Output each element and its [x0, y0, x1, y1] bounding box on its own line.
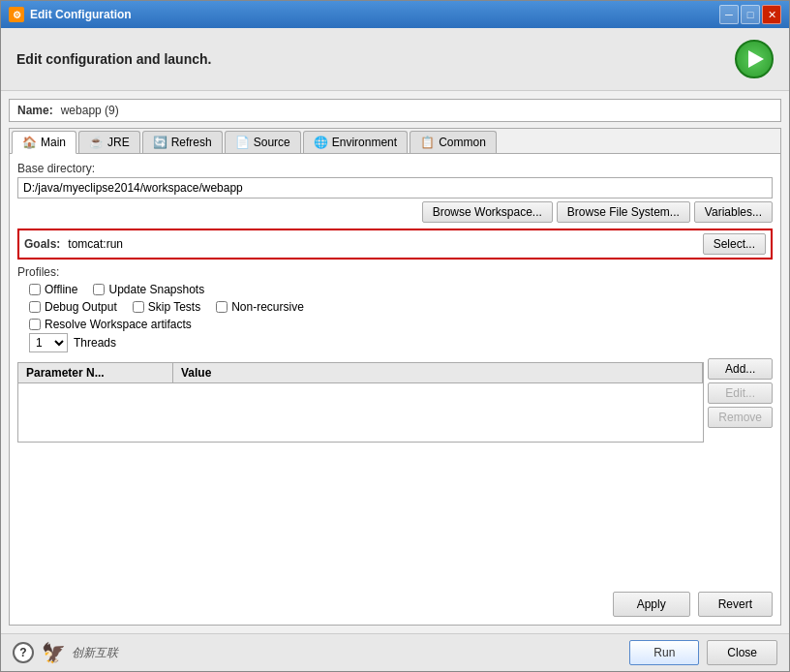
param-table-header: Parameter N... Value — [18, 363, 703, 383]
main-window: ⚙ Edit Configuration ─ □ ✕ Edit configur… — [0, 0, 790, 672]
config-panel: 🏠 Main ☕ JRE 🔄 Refresh 📄 Source 🌐 — [9, 128, 781, 626]
title-bar: ⚙ Edit Configuration ─ □ ✕ — [1, 1, 789, 28]
goals-row: Goals: Select... — [17, 229, 773, 260]
logo-icon: 🦅 — [42, 641, 66, 664]
name-value: webapp (9) — [61, 104, 119, 117]
maximize-button[interactable]: □ — [741, 5, 760, 24]
footer-left: ? 🦅 创新互联 — [13, 641, 118, 664]
refresh-tab-icon: 🔄 — [153, 136, 167, 149]
profiles-section: Profiles: Offline Update Snapshots — [17, 265, 773, 352]
checkbox-update-snapshots-input[interactable] — [93, 284, 105, 295]
goals-input[interactable] — [66, 235, 696, 253]
tabs-bar: 🏠 Main ☕ JRE 🔄 Refresh 📄 Source 🌐 — [10, 129, 780, 154]
param-col-name: Parameter N... — [18, 363, 173, 382]
browse-workspace-button[interactable]: Browse Workspace... — [422, 201, 553, 223]
common-tab-icon: 📋 — [420, 136, 435, 149]
refresh-tab-label: Refresh — [171, 136, 212, 149]
browse-filesystem-button[interactable]: Browse File System... — [557, 201, 690, 223]
main-tab-icon: 🏠 — [22, 136, 37, 149]
bottom-buttons: Apply Revert — [10, 584, 780, 625]
close-button[interactable]: Close — [707, 640, 777, 665]
environment-tab-icon: 🌐 — [314, 136, 328, 149]
checkbox-non-recursive[interactable]: Non-recursive — [216, 300, 304, 314]
checkbox-skip-tests-input[interactable] — [133, 301, 144, 313]
checkbox-skip-tests-label: Skip Tests — [148, 300, 200, 314]
checkbox-offline[interactable]: Offline — [29, 283, 77, 296]
title-bar-left: ⚙ Edit Configuration — [9, 7, 132, 22]
param-area: Parameter N... Value Add... Edit... Remo… — [17, 358, 773, 443]
threads-row: 1 2 4 Threads — [17, 333, 773, 352]
name-row: Name: webapp (9) — [9, 99, 781, 122]
apply-button[interactable]: Apply — [613, 592, 690, 617]
checkbox-resolve-workspace[interactable]: Resolve Workspace artifacts — [29, 318, 192, 331]
run-button[interactable]: Run — [629, 640, 699, 665]
checkbox-row-1: Offline Update Snapshots — [29, 283, 773, 296]
run-icon[interactable] — [735, 40, 774, 78]
variables-button[interactable]: Variables... — [694, 201, 773, 223]
footer: ? 🦅 创新互联 Run Close — [1, 633, 789, 671]
tab-environment[interactable]: 🌐 Environment — [303, 131, 408, 153]
jre-tab-label: JRE — [107, 136, 130, 149]
checkbox-row-2: Debug Output Skip Tests Non-recursive — [29, 300, 773, 314]
help-button[interactable]: ? — [13, 642, 34, 663]
jre-tab-icon: ☕ — [89, 136, 104, 149]
source-tab-label: Source — [254, 136, 290, 149]
checkboxes-grid: Offline Update Snapshots Debug Output — [17, 283, 773, 331]
select-button[interactable]: Select... — [703, 233, 766, 255]
add-button[interactable]: Add... — [708, 358, 773, 380]
tab-main[interactable]: 🏠 Main — [12, 131, 76, 154]
edit-button[interactable]: Edit... — [708, 382, 773, 404]
checkbox-resolve-workspace-label: Resolve Workspace artifacts — [45, 318, 192, 331]
base-directory-label: Base directory: — [17, 162, 773, 175]
checkbox-debug-output[interactable]: Debug Output — [29, 300, 117, 314]
main-content: Name: webapp (9) 🏠 Main ☕ JRE 🔄 Refresh — [1, 91, 789, 633]
checkbox-update-snapshots[interactable]: Update Snapshots — [93, 283, 204, 296]
header-area: Edit configuration and launch. — [1, 28, 789, 91]
window-icon: ⚙ — [9, 7, 24, 22]
header-title: Edit configuration and launch. — [16, 51, 211, 67]
panel-content: Base directory: Browse Workspace... Brow… — [10, 154, 780, 584]
threads-select[interactable]: 1 2 4 — [29, 333, 68, 352]
footer-logo: 🦅 创新互联 — [42, 641, 118, 664]
remove-button[interactable]: Remove — [708, 407, 773, 428]
param-table-container: Parameter N... Value — [17, 358, 704, 443]
checkbox-skip-tests[interactable]: Skip Tests — [133, 300, 200, 314]
minimize-button[interactable]: ─ — [719, 5, 739, 24]
tab-refresh[interactable]: 🔄 Refresh — [142, 131, 223, 153]
base-directory-section: Base directory: Browse Workspace... Brow… — [17, 162, 773, 223]
checkbox-offline-label: Offline — [45, 283, 77, 296]
logo-text: 创新互联 — [72, 645, 118, 661]
checkbox-non-recursive-input[interactable] — [216, 301, 228, 313]
param-side-buttons: Add... Edit... Remove — [708, 358, 773, 428]
tab-common[interactable]: 📋 Common — [410, 131, 497, 153]
checkbox-resolve-workspace-input[interactable] — [29, 319, 41, 330]
param-table-body[interactable] — [18, 383, 703, 442]
name-label: Name: — [17, 104, 53, 117]
source-tab-icon: 📄 — [235, 136, 250, 149]
title-controls: ─ □ ✕ — [719, 5, 781, 24]
param-table: Parameter N... Value — [17, 362, 704, 443]
main-tab-label: Main — [41, 136, 66, 149]
footer-buttons: Run Close — [629, 640, 777, 665]
checkbox-offline-input[interactable] — [29, 284, 41, 295]
goals-label: Goals: — [24, 237, 60, 251]
profiles-label: Profiles: — [17, 265, 773, 279]
checkbox-row-3: Resolve Workspace artifacts — [29, 318, 773, 331]
checkbox-non-recursive-label: Non-recursive — [231, 300, 304, 314]
tab-source[interactable]: 📄 Source — [225, 131, 301, 153]
revert-button[interactable]: Revert — [698, 592, 773, 617]
param-col-value: Value — [173, 363, 703, 382]
common-tab-label: Common — [439, 136, 486, 149]
checkbox-update-snapshots-label: Update Snapshots — [108, 283, 204, 296]
checkbox-debug-output-input[interactable] — [29, 301, 41, 313]
browse-buttons: Browse Workspace... Browse File System..… — [17, 201, 773, 223]
threads-label: Threads — [74, 336, 116, 350]
environment-tab-label: Environment — [332, 136, 397, 149]
tab-jre[interactable]: ☕ JRE — [78, 131, 140, 153]
base-directory-input[interactable] — [17, 177, 773, 199]
window-title: Edit Configuration — [30, 8, 132, 21]
close-window-button[interactable]: ✕ — [762, 5, 781, 24]
checkbox-debug-output-label: Debug Output — [45, 300, 117, 314]
